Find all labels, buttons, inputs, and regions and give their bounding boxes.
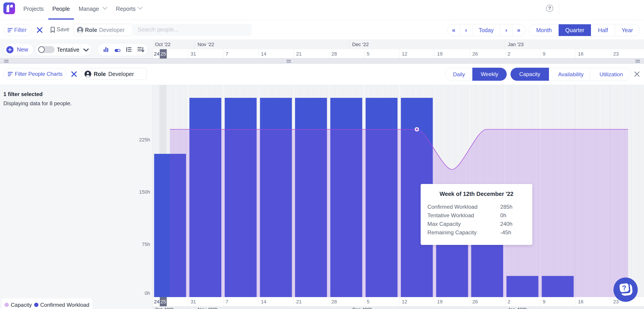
svg-text:?: ? <box>622 284 627 292</box>
